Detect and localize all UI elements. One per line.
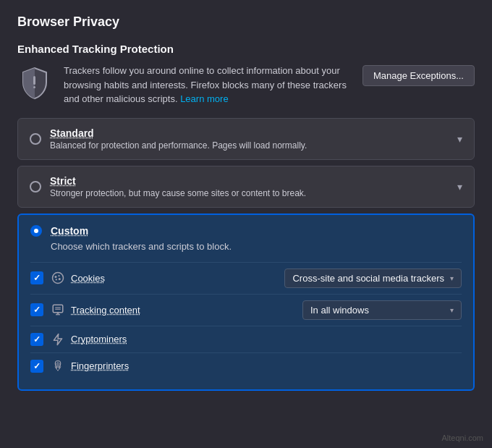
svg-rect-1	[33, 86, 35, 88]
tracking-content-dropdown[interactable]: In all windows ▾	[302, 300, 462, 320]
custom-section: Custom Choose which trackers and scripts…	[17, 214, 475, 391]
standard-option[interactable]: Standard Balanced for protection and per…	[17, 118, 475, 160]
section-heading: Enhanced Tracking Protection	[17, 43, 475, 55]
standard-content: Standard Balanced for protection and per…	[50, 127, 457, 151]
svg-point-2	[53, 273, 64, 284]
custom-radio[interactable]	[30, 225, 42, 237]
svg-point-4	[58, 275, 59, 276]
tracking-content-dropdown-value: In all windows	[310, 305, 444, 316]
manage-exceptions-button[interactable]: Manage Exceptions...	[362, 65, 475, 86]
cryptominers-tracker-row: ✓ Cryptominers	[30, 326, 462, 352]
cookies-dropdown-value: Cross-site and social media trackers	[292, 273, 444, 284]
strict-option[interactable]: Strict Stronger protection, but may caus…	[17, 166, 475, 208]
standard-description: Balanced for protection and performance.…	[50, 140, 457, 151]
fingerprinters-tracker-row: ✓ Fingerprinters	[30, 352, 462, 379]
fingerprinters-checkbox[interactable]: ✓	[30, 360, 43, 373]
standard-label: Standard	[50, 127, 457, 139]
watermark: Alteqni.com	[442, 434, 483, 442]
cookies-icon	[51, 271, 65, 285]
tracking-content-tracker-row: ✓ Tracking content In all windows ▾	[30, 294, 462, 326]
svg-point-5	[59, 278, 61, 280]
strict-chevron-icon: ▾	[457, 181, 462, 193]
strict-content: Strict Stronger protection, but may caus…	[50, 175, 457, 198]
cookies-dropdown-arrow-icon: ▾	[450, 274, 454, 282]
tracking-content-checkbox[interactable]: ✓	[30, 303, 43, 316]
cookies-checkbox[interactable]: ✓	[30, 271, 43, 284]
strict-radio	[30, 181, 41, 193]
fingerprinters-icon	[51, 359, 65, 373]
enhanced-tracking-section: Enhanced Tracking Protection Trackers fo…	[17, 43, 475, 106]
custom-label: Custom	[51, 225, 88, 237]
custom-description: Choose which trackers and scripts to blo…	[51, 241, 462, 252]
page-title: Browser Privacy	[17, 14, 475, 30]
cookies-dropdown[interactable]: Cross-site and social media trackers ▾	[284, 269, 462, 288]
tracking-content-label: Tracking content	[71, 305, 302, 316]
fingerprinters-label: Fingerprinters	[71, 360, 462, 371]
shield-icon	[17, 64, 52, 103]
tracking-content-icon	[51, 303, 65, 317]
cryptominers-icon	[51, 332, 65, 347]
strict-description: Stronger protection, but may cause some …	[50, 188, 457, 198]
cryptominers-checkbox[interactable]: ✓	[30, 333, 43, 346]
cryptominers-label: Cryptominers	[71, 334, 462, 345]
tracking-description: Trackers follow you around online to col…	[64, 64, 351, 106]
standard-chevron-icon: ▾	[457, 133, 462, 145]
learn-more-link[interactable]: Learn more	[180, 93, 228, 104]
standard-radio	[30, 133, 41, 145]
svg-rect-7	[53, 305, 63, 313]
cookies-label: Cookies	[71, 273, 284, 284]
cookies-tracker-row: ✓ Cookies Cross-site and social media tr…	[30, 262, 462, 294]
strict-label: Strict	[50, 175, 457, 187]
svg-rect-0	[33, 76, 35, 85]
tracking-content-dropdown-arrow-icon: ▾	[450, 306, 454, 314]
svg-point-6	[56, 279, 57, 280]
svg-point-3	[55, 276, 57, 278]
